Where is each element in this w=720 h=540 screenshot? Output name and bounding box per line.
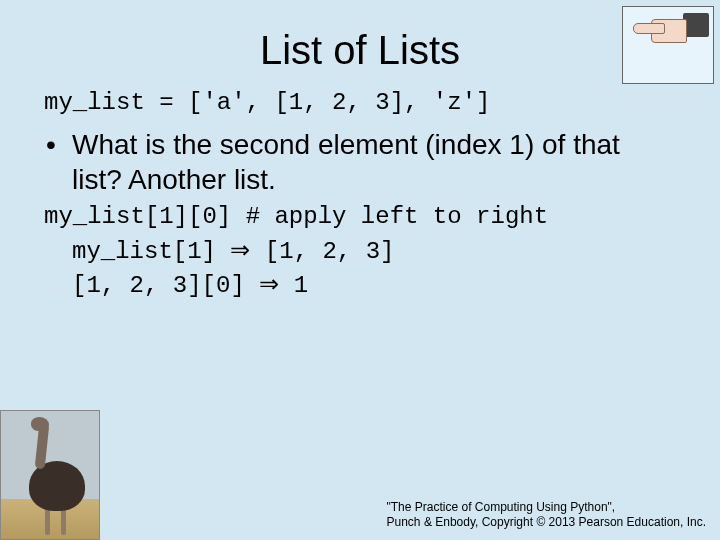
code-expr-3a: [1, 2, 3][0] (72, 272, 259, 299)
bullet-item: • What is the second element (index 1) o… (44, 127, 676, 197)
credit-line-2: Punch & Enbody, Copyright © 2013 Pearson… (387, 515, 706, 530)
arrow-icon: ⇒ (259, 270, 279, 297)
code-expr-1: my_list[1][0] (44, 203, 246, 230)
arrow-icon: ⇒ (230, 236, 250, 263)
bullet-dot: • (44, 127, 72, 197)
slide: List of Lists my_list = ['a', [1, 2, 3],… (0, 0, 720, 540)
slide-body: my_list = ['a', [1, 2, 3], 'z'] • What i… (0, 83, 720, 303)
slide-title: List of Lists (0, 0, 720, 83)
pointing-hand-image (622, 6, 714, 84)
code-expr-2b: [1, 2, 3] (250, 238, 394, 265)
code-declaration: my_list = ['a', [1, 2, 3], 'z'] (44, 87, 676, 119)
ostrich-image (0, 410, 100, 540)
code-line-1: my_list[1][0] # apply left to right (44, 201, 676, 233)
code-line-3: [1, 2, 3][0] ⇒ 1 (44, 268, 676, 302)
credit-block: "The Practice of Computing Using Python"… (387, 500, 706, 530)
code-comment: # apply left to right (246, 203, 548, 230)
code-expr-2a: my_list[1] (72, 238, 230, 265)
bullet-text: What is the second element (index 1) of … (72, 127, 676, 197)
credit-line-1: "The Practice of Computing Using Python"… (387, 500, 706, 515)
code-line-2: my_list[1] ⇒ [1, 2, 3] (44, 234, 676, 268)
code-expr-3b: 1 (279, 272, 308, 299)
